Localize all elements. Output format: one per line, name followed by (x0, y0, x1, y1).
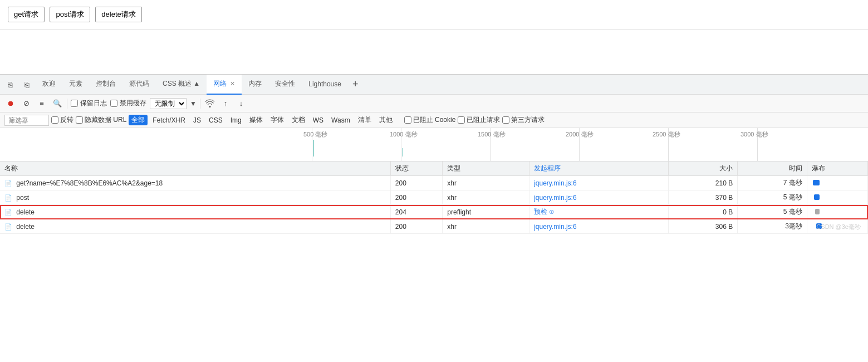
row2-initiator[interactable]: jquery.min.js:6 (529, 190, 668, 205)
row3-name: 📄 delete (0, 205, 390, 219)
row2-size: 370 B (668, 190, 738, 205)
search-button[interactable]: 🔍 (51, 97, 63, 110)
header-waterfall: 瀑布 (807, 162, 867, 176)
filter-font[interactable]: 字体 (268, 115, 287, 125)
row1-size: 210 B (668, 176, 738, 190)
disable-cache-checkbox[interactable]: 禁用缓存 (110, 99, 146, 108)
row3-initiator: 预检 ⊙ (529, 205, 668, 219)
tab-sources[interactable]: 源代码 (122, 75, 156, 95)
filter-all[interactable]: 全部 (129, 115, 148, 125)
get-request-button[interactable]: get请求 (8, 7, 45, 22)
file-icon: 📄 (4, 180, 12, 187)
header-time: 时间 (738, 162, 807, 176)
delete-request-button[interactable]: delete请求 (95, 7, 141, 22)
filter-bar: 反转 隐藏数据 URL 全部 Fetch/XHR JS CSS Img 媒体 字… (0, 112, 868, 128)
row4-initiator[interactable]: jquery.min.js:6 (529, 219, 668, 234)
tab-add-button[interactable]: + (348, 75, 363, 95)
row4-name: 📄 delete (0, 219, 390, 234)
network-table: 名称 状态 类型 发起程序 大小 时间 瀑布 📄 get?name=%E7%8E… (0, 162, 868, 234)
file-icon: 📄 (4, 209, 12, 216)
file-icon: 📄 (4, 194, 12, 201)
throttle-arrow-icon: ▼ (190, 100, 197, 107)
row3-status: 204 (390, 205, 443, 219)
third-party-checkbox[interactable]: 第三方请求 (502, 115, 545, 125)
filter-css[interactable]: CSS (206, 116, 225, 125)
filter-ws[interactable]: WS (310, 116, 326, 125)
tick-label-1500: 1500 毫秒 (478, 130, 506, 139)
csdn-watermark: CSDN @3e毫秒 (816, 223, 861, 231)
hide-data-url-checkbox[interactable]: 隐藏数据 URL (76, 115, 126, 125)
filter-document[interactable]: 文档 (289, 115, 308, 125)
timeline-marker (313, 140, 314, 156)
device-icon[interactable]: ⎗ (19, 77, 35, 92)
post-request-button[interactable]: post请求 (50, 7, 90, 22)
row3-type: preflight (443, 205, 529, 219)
row1-initiator[interactable]: jquery.min.js:6 (529, 176, 668, 190)
row1-time: 7 毫秒 (738, 176, 807, 190)
tab-css[interactable]: CSS 概述 ▲ (156, 75, 207, 95)
table-row-highlighted[interactable]: 📄 delete 204 preflight 预检 ⊙ 0 B 5 毫秒 (0, 205, 868, 219)
row1-status: 200 (390, 176, 443, 190)
import-icon[interactable]: ↑ (219, 97, 232, 110)
wifi-icon[interactable] (204, 97, 216, 110)
tab-security[interactable]: 安全性 (268, 75, 302, 95)
clear-button[interactable]: ⊘ (20, 97, 32, 110)
header-name: 名称 (0, 162, 390, 176)
filter-img[interactable]: Img (228, 116, 244, 125)
row3-waterfall (807, 205, 867, 219)
export-icon[interactable]: ↓ (235, 97, 247, 110)
row1-type: xhr (443, 176, 529, 190)
inspect-icon[interactable]: ⎘ (2, 77, 18, 92)
row2-name: 📄 post (0, 190, 390, 205)
devtools-panel: ⎘ ⎗ 欢迎 元素 控制台 源代码 CSS 概述 ▲ 网络 ✕ 内存 安全性 L… (0, 74, 868, 234)
table-row[interactable]: 📄 delete 200 xhr jquery.min.js:6 306 B 3… (0, 219, 868, 234)
filter-other[interactable]: 其他 (376, 115, 395, 125)
row1-name: 📄 get?name=%E7%8E%8B%E6%AC%A2&age=18 (0, 176, 390, 190)
separator-1 (67, 99, 67, 109)
row1-waterfall (807, 176, 867, 190)
table-header-row: 名称 状态 类型 发起程序 大小 时间 瀑布 (0, 162, 868, 176)
preserve-log-checkbox[interactable]: 保留日志 (71, 99, 107, 108)
row4-status: 200 (390, 219, 443, 234)
row2-time: 5 毫秒 (738, 190, 807, 205)
tab-console[interactable]: 控制台 (89, 75, 122, 95)
record-button[interactable]: ⏺ (4, 97, 17, 110)
row4-size: 306 B (668, 219, 738, 234)
tick-label-2500: 2500 毫秒 (653, 130, 680, 139)
timeline-area: 500 毫秒 1000 毫秒 1500 毫秒 2000 毫秒 2500 毫秒 3… (0, 128, 868, 162)
tab-network-close[interactable]: ✕ (230, 80, 235, 87)
preserve-log-input[interactable] (71, 100, 78, 107)
table-row[interactable]: 📄 post 200 xhr jquery.min.js:6 370 B 5 毫… (0, 190, 868, 205)
tick-label-1000: 1000 毫秒 (390, 130, 418, 139)
filter-manifest[interactable]: 清单 (355, 115, 374, 125)
tab-lighthouse[interactable]: Lighthouse (302, 75, 348, 95)
tab-welcome[interactable]: 欢迎 (36, 75, 62, 95)
filter-wasm[interactable]: Wasm (328, 116, 353, 125)
blocked-request-checkbox[interactable]: 已阻止请求 (458, 115, 500, 125)
row2-type: xhr (443, 190, 529, 205)
filter-fetch-xhr[interactable]: Fetch/XHR (150, 116, 188, 125)
throttle-select[interactable]: 无限制 (150, 98, 187, 109)
filter-media[interactable]: 媒体 (247, 115, 266, 125)
header-initiator: 发起程序 (529, 162, 668, 176)
header-type: 类型 (443, 162, 529, 176)
filter-input[interactable] (4, 115, 49, 126)
header-size: 大小 (668, 162, 738, 176)
tab-memory[interactable]: 内存 (242, 75, 268, 95)
tab-network[interactable]: 网络 ✕ (207, 75, 242, 95)
devtools-tab-bar: ⎘ ⎗ 欢迎 元素 控制台 源代码 CSS 概述 ▲ 网络 ✕ 内存 安全性 L… (0, 75, 868, 95)
disable-cache-input[interactable] (110, 100, 117, 107)
invert-filter-checkbox[interactable]: 反转 (51, 115, 73, 125)
tab-elements[interactable]: 元素 (62, 75, 89, 95)
separator-2 (200, 99, 200, 109)
spacer-area (0, 30, 868, 74)
row2-waterfall (807, 190, 867, 205)
filter-js[interactable]: JS (190, 116, 204, 125)
table-row[interactable]: 📄 get?name=%E7%8E%8B%E6%AC%A2&age=18 200… (0, 176, 868, 190)
row2-status: 200 (390, 190, 443, 205)
row3-size: 0 B (668, 205, 738, 219)
blocked-cookie-checkbox[interactable]: 已阻止 Cookie (404, 115, 456, 125)
row3-time: 5 毫秒 (738, 205, 807, 219)
tick-label-500: 500 毫秒 (303, 130, 327, 139)
filter-toggle-button[interactable]: ≡ (36, 97, 48, 110)
